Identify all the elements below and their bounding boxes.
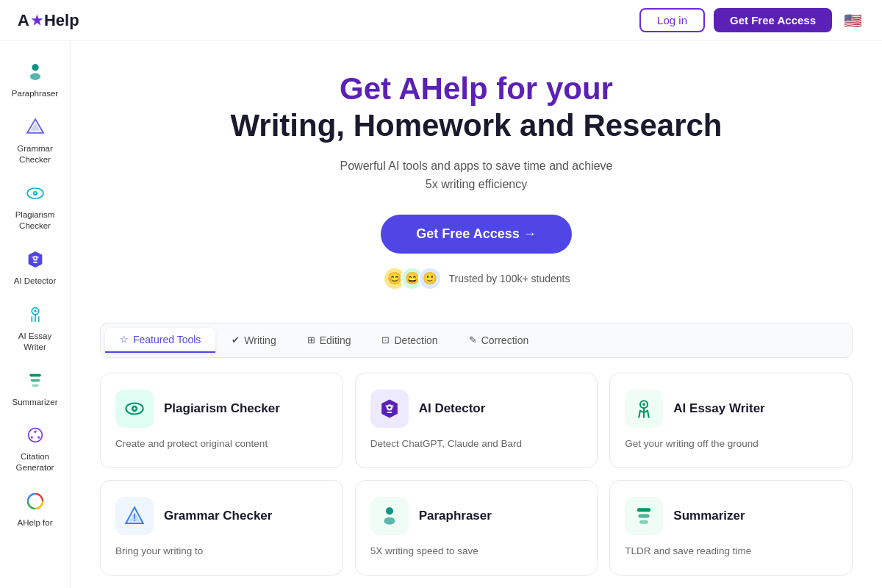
svg-line-36 [648,410,649,417]
tool-card-plagiarism[interactable]: Plagiarism Checker Create and protect or… [100,373,343,468]
svg-point-42 [386,508,393,515]
tool-card-aidetector[interactable]: AI Detector Detect ChatGPT, Claude and B… [355,373,598,468]
svg-rect-17 [29,373,41,376]
sidebar-item-citation[interactable]: Citation Generator [4,416,66,479]
svg-point-43 [384,517,395,525]
logo-a: A [18,11,29,30]
summarizer-card-icon [625,497,663,535]
svg-rect-19 [32,384,38,387]
main-layout: Paraphraser Grammar Checker Plagiarism C… [0,41,882,588]
tool-card-essaywriter[interactable]: AI Essay Writer Get your writing off the… [609,373,853,468]
tab-correction-label: Correction [481,334,529,346]
sidebar-label-plagiarism: Plagiarism Checker [9,209,62,232]
tool-cards-grid: Plagiarism Checker Create and protect or… [100,373,853,576]
plagiarism-card-title: Plagiarism Checker [164,401,280,416]
hero-subtitle: Powerful AI tools and apps to save time … [115,157,838,194]
svg-point-41 [134,520,135,521]
svg-point-11 [37,257,39,258]
tab-detection-icon: ⊡ [381,334,390,345]
svg-line-35 [639,410,641,417]
sidebar: Paraphraser Grammar Checker Plagiarism C… [0,41,71,588]
grammar-card-desc: Bring your writing to [115,544,328,559]
svg-point-10 [32,257,33,258]
tab-editing[interactable]: ⊞ Editing [293,328,366,353]
hero-section: Get AHelp for your Writing, Homework and… [71,41,882,308]
sidebar-item-grammar[interactable]: Grammar Checker [4,108,66,171]
aidetector-card-desc: Detect ChatGPT, Claude and Bard [370,437,583,451]
svg-point-22 [30,437,32,439]
tab-featured[interactable]: ☆ Featured Tools [105,328,215,353]
plagiarism-icon [22,180,49,207]
card-top-summarizer: Summarizer [625,497,837,535]
card-top-essaywriter: AI Essay Writer [625,390,837,428]
trust-row: 😊 😄 🙂 Trusted by 100k+ students [115,267,838,290]
sidebar-item-essaywriter[interactable]: AI Essay Writer [4,295,66,359]
svg-point-29 [388,406,391,409]
header-actions: Log in Get Free Access 🇺🇸 [639,8,864,32]
content-area: Get AHelp for your Writing, Homework and… [71,41,882,588]
hero-cta-button[interactable]: Get Free Access → [381,215,571,254]
plagiarism-card-desc: Create and protect original content [115,437,328,451]
trust-avatar-3: 🙂 [418,267,442,290]
sidebar-item-paraphraser[interactable]: Paraphraser [4,53,66,105]
tab-detection[interactable]: ⊡ Detection [367,328,452,353]
sidebar-label-paraphraser: Paraphraser [12,88,58,99]
svg-point-1 [30,74,40,80]
citation-icon [22,422,49,448]
sidebar-label-citation: Citation Generator [9,451,62,473]
tab-correction[interactable]: ✎ Correction [454,328,544,353]
paraphraser-card-icon [370,497,409,535]
svg-point-8 [34,257,36,259]
header-free-access-button[interactable]: Get Free Access [714,8,832,32]
svg-rect-45 [639,514,650,518]
ai-detector-icon [22,246,49,273]
hero-title-line1: Get AHelp for your [115,71,838,107]
header: A★Help Log in Get Free Access 🇺🇸 [0,0,882,41]
tabs-bar: ☆ Featured Tools ✔ Writing ⊞ Editing ⊡ D… [100,323,853,358]
sidebar-item-aidetector[interactable]: AI Detector [4,240,66,293]
card-top-plagiarism: Plagiarism Checker [115,390,328,428]
card-top-paraphraser: Paraphraser [370,497,583,535]
plagiarism-card-icon [115,390,154,428]
aidetector-card-icon [370,390,409,428]
sidebar-label-essaywriter: AI Essay Writer [9,331,62,353]
ahelp-for-icon [22,488,49,514]
svg-rect-44 [637,508,650,512]
logo[interactable]: A★Help [18,11,79,30]
sidebar-item-summarizer[interactable]: Summarizer [4,362,66,414]
sidebar-label-ahelp: AHelp for [18,517,53,528]
logo-help: Help [44,11,79,30]
svg-rect-9 [32,262,37,263]
tool-card-paraphraser[interactable]: Paraphraser 5X writing speed to save [355,480,598,576]
tab-writing[interactable]: ✔ Writing [217,328,290,353]
svg-point-20 [28,429,42,442]
tabs-section: ☆ Featured Tools ✔ Writing ⊞ Editing ⊡ D… [71,323,882,358]
svg-point-27 [133,407,135,409]
language-flag[interactable]: 🇺🇸 [841,9,864,32]
tab-writing-label: Writing [244,334,276,346]
sidebar-item-ahelp[interactable]: AHelp for [4,482,66,534]
sidebar-item-plagiarism[interactable]: Plagiarism Checker [4,174,66,237]
summarizer-card-desc: TLDR and save reading time [625,544,837,559]
svg-point-32 [392,405,393,406]
tab-featured-icon: ☆ [120,334,129,345]
paraphraser-icon [22,59,49,85]
grammar-card-icon [115,497,154,535]
summarizer-icon [22,368,49,394]
essaywriter-card-desc: Get your writing off the ground [625,437,837,451]
card-top-aidetector: AI Detector [370,390,583,428]
login-button[interactable]: Log in [639,8,705,32]
grammar-card-title: Grammar Checker [164,509,272,523]
svg-point-34 [642,403,645,406]
trust-avatars: 😊 😄 🙂 [383,267,442,290]
sidebar-label-aidetector: AI Detector [14,276,57,287]
essaywriter-card-icon [625,390,663,428]
tool-card-summarizer[interactable]: Summarizer TLDR and save reading time [609,480,853,576]
svg-point-6 [34,193,35,194]
svg-point-31 [385,405,387,406]
svg-rect-46 [639,520,648,524]
sidebar-label-grammar: Grammar Checker [9,143,62,165]
svg-rect-18 [30,379,39,381]
tab-editing-label: Editing [320,334,351,346]
tool-card-grammar[interactable]: Grammar Checker Bring your writing to [100,480,343,576]
